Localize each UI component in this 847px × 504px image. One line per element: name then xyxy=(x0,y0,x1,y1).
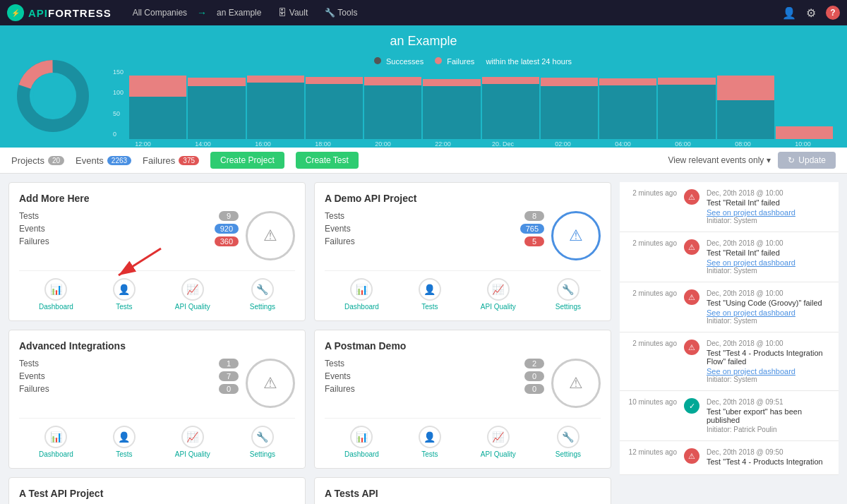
projects-grid: Add More Here Tests9 Events920 Failures3… xyxy=(8,182,611,504)
event-time: 10 minutes ago xyxy=(624,398,677,406)
card-action-settings[interactable]: 🔧 Settings xyxy=(555,278,581,311)
card-stats: Tests9 Events920 Failures360 xyxy=(19,211,239,260)
card-title: A Test API Project xyxy=(19,488,295,499)
user-icon[interactable]: 👤 xyxy=(782,6,796,20)
settings-icon: 🔧 xyxy=(557,426,579,448)
view-filter[interactable]: View relevant events only ▾ xyxy=(668,155,771,165)
card-action-api-quality[interactable]: 📈 API Quality xyxy=(481,426,516,458)
event-content: Dec, 20th 2018 @ 09:51 Test "uber export… xyxy=(707,398,834,433)
card-stats: Tests8 Events765 Failures5 xyxy=(325,211,544,260)
event-time: 2 minutes ago xyxy=(624,340,677,347)
refresh-icon: ↻ xyxy=(788,155,795,165)
event-link[interactable]: See on project dashboard xyxy=(707,258,834,267)
tests-icon: 👤 xyxy=(113,278,136,301)
project-card-test-api: A Test API Project ⚠ xyxy=(8,477,306,504)
card-body: Tests2 Events0 Failures0 ⚠ xyxy=(325,359,601,408)
events-panel: 2 minutes ago ⚠ Dec, 20th 2018 @ 10:00 T… xyxy=(620,182,839,504)
event-content: Dec, 20th 2018 @ 10:00 Test "Using Code … xyxy=(707,289,834,325)
event-content: Dec, 20th 2018 @ 10:00 Test "Retail Int"… xyxy=(707,189,834,224)
logo[interactable]: ⚡ APIFORTRESS xyxy=(7,4,112,21)
card-actions: 📊 Dashboard 👤 Tests 📈 API Quality 🔧 Sett… xyxy=(19,418,295,458)
event-link[interactable]: See on project dashboard xyxy=(707,208,834,217)
create-project-button[interactable]: Create Project xyxy=(210,152,284,169)
event-link[interactable]: See on project dashboard xyxy=(707,308,834,317)
card-action-settings[interactable]: 🔧 Settings xyxy=(250,278,275,311)
settings-icon: 🔧 xyxy=(251,278,274,301)
project-card-postman-demo: A Postman Demo Tests2 Events0 Failures0 … xyxy=(314,330,611,469)
help-icon[interactable]: ? xyxy=(826,6,840,20)
nav-vault[interactable]: 🗄 Vault xyxy=(271,5,315,20)
chart-area: Successes Failures within the latest 24 … xyxy=(0,53,847,148)
top-nav: ⚡ APIFORTRESS All Companies → an Example… xyxy=(0,0,847,25)
card-body: Tests9 Events920 Failures360 ⚠ xyxy=(19,211,295,260)
card-title: A Demo API Project xyxy=(325,193,601,204)
card-action-tests[interactable]: 👤 Tests xyxy=(419,426,441,458)
event-time: 2 minutes ago xyxy=(624,189,677,197)
card-action-dashboard[interactable]: 📊 Dashboard xyxy=(39,426,73,458)
card-actions: 📊 Dashboard 👤 Tests 📈 API Quality 🔧 Sett… xyxy=(19,270,295,311)
legend-successes: Successes xyxy=(374,57,424,66)
nav-arrow: → xyxy=(197,7,207,18)
legend-failures: Failures xyxy=(435,57,474,66)
event-item: 2 minutes ago ⚠ Dec, 20th 2018 @ 10:00 T… xyxy=(620,332,839,391)
chart-x-labels: 12:00 14:00 16:00 18:00 20:00 22:00 20. … xyxy=(113,140,833,148)
nav-an-example[interactable]: an Example xyxy=(210,5,268,20)
api-quality-icon: 📈 xyxy=(487,426,510,448)
card-title: Add More Here xyxy=(19,193,295,204)
event-content: Dec, 20th 2018 @ 10:00 Test "Retail Int"… xyxy=(707,239,834,275)
api-quality-icon: 📈 xyxy=(487,278,510,301)
event-item: 2 minutes ago ⚠ Dec, 20th 2018 @ 10:00 T… xyxy=(620,282,839,332)
alert-circle: ⚠ xyxy=(246,359,295,408)
dashboard-icon: 📊 xyxy=(44,426,67,448)
nav-tools[interactable]: 🔧 Tools xyxy=(318,5,364,20)
card-actions: 📊 Dashboard 👤 Tests 📈 API Quality 🔧 Sett… xyxy=(325,418,601,458)
event-item: 12 minutes ago ⚠ Dec, 20th 2018 @ 09:50 … xyxy=(620,441,839,475)
card-title: A Postman Demo xyxy=(325,340,601,352)
tab-failures[interactable]: Failures 375 xyxy=(143,155,199,166)
card-action-tests[interactable]: 👤 Tests xyxy=(113,426,136,458)
alert-icon: ⚠ xyxy=(684,189,699,205)
card-action-tests[interactable]: 👤 Tests xyxy=(419,278,441,311)
alert-icon: ✓ xyxy=(684,398,699,414)
tab-projects[interactable]: Projects 20 xyxy=(11,155,64,166)
card-action-dashboard[interactable]: 📊 Dashboard xyxy=(344,278,379,311)
tests-icon: 👤 xyxy=(419,278,441,301)
project-card-demo-api: A Demo API Project Tests8 Events765 Fail… xyxy=(314,182,611,321)
card-action-api-quality[interactable]: 📈 API Quality xyxy=(175,426,210,458)
nav-items: All Companies → an Example 🗄 Vault 🔧 Too… xyxy=(126,5,782,20)
gear-icon[interactable]: ⚙ xyxy=(806,6,816,20)
logo-icon: ⚡ xyxy=(7,4,24,21)
alert-icon: ⚠ xyxy=(684,340,699,355)
api-quality-icon: 📈 xyxy=(181,278,204,301)
legend-suffix: within the latest 24 hours xyxy=(486,57,572,66)
svg-point-2 xyxy=(33,76,73,116)
events-badge: 2263 xyxy=(107,156,131,165)
event-time: 2 minutes ago xyxy=(624,239,677,247)
create-test-button[interactable]: Create Test xyxy=(296,152,359,169)
nav-right: 👤 ⚙ ? xyxy=(782,6,840,20)
tests-icon: 👤 xyxy=(419,426,441,448)
settings-icon: 🔧 xyxy=(251,426,274,448)
card-action-api-quality[interactable]: 📈 API Quality xyxy=(175,278,210,311)
tests-icon: 👤 xyxy=(113,426,136,448)
tab-events[interactable]: Events 2263 xyxy=(76,155,131,166)
alert-circle: ⚠ xyxy=(246,211,295,260)
event-content: Dec, 20th 2018 @ 10:00 Test "Test 4 - Pr… xyxy=(707,340,834,383)
event-link[interactable]: See on project dashboard xyxy=(707,367,834,376)
sub-nav-right: View relevant events only ▾ ↻ Update xyxy=(668,152,836,169)
update-button[interactable]: ↻ Update xyxy=(778,152,836,169)
card-title: A Tests API xyxy=(325,488,601,499)
card-action-dashboard[interactable]: 📊 Dashboard xyxy=(39,278,73,311)
settings-icon: 🔧 xyxy=(557,278,579,301)
project-card-tests-api: A Tests API xyxy=(314,477,611,504)
event-item: 2 minutes ago ⚠ Dec, 20th 2018 @ 10:00 T… xyxy=(620,232,839,282)
card-action-api-quality[interactable]: 📈 API Quality xyxy=(481,278,516,311)
alert-circle: ⚠ xyxy=(551,211,601,260)
sub-nav-tabs: Projects 20 Events 2263 Failures 375 Cre… xyxy=(11,152,656,169)
nav-all-companies[interactable]: All Companies xyxy=(126,5,194,20)
card-title: Advanced Integrations xyxy=(19,340,295,352)
card-action-dashboard[interactable]: 📊 Dashboard xyxy=(344,426,379,458)
card-action-tests[interactable]: 👤 Tests xyxy=(113,278,136,311)
card-action-settings[interactable]: 🔧 Settings xyxy=(555,426,581,458)
card-action-settings[interactable]: 🔧 Settings xyxy=(250,426,275,458)
